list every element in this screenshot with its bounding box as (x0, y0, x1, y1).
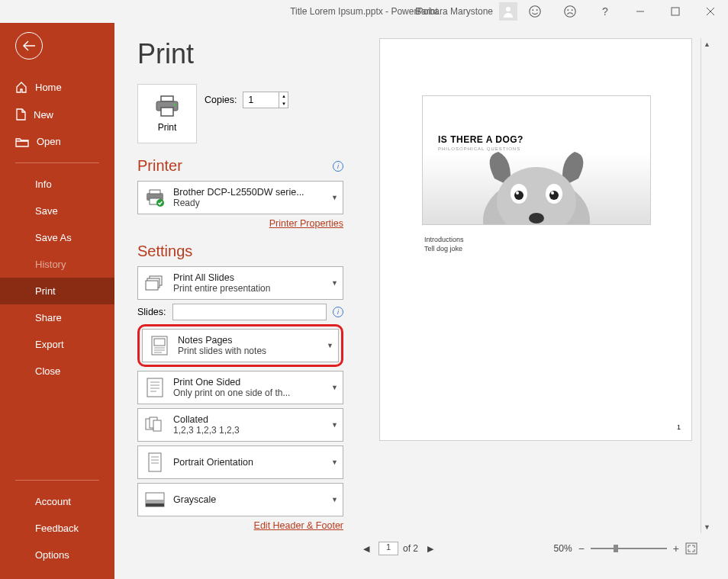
notes-line: Introductions (424, 236, 464, 245)
dd-sub: 1,2,3 1,2,3 1,2,3 (173, 425, 324, 436)
sidebar-item-save[interactable]: Save (0, 198, 114, 224)
copies-value: 1 (248, 95, 253, 105)
svg-point-49 (551, 191, 554, 195)
print-preview-panel: IS THERE A DOG? PHILOSOPHICAL QUESTIONS (351, 23, 728, 579)
home-icon (15, 81, 27, 93)
zoom-control: 50% − + (554, 542, 697, 555)
sidebar-item-close[interactable]: Close (0, 358, 114, 384)
color-dropdown[interactable]: Grayscale ▼ (137, 483, 343, 516)
next-page-button[interactable]: ▶ (423, 541, 438, 556)
spinner-down-icon[interactable]: ▼ (279, 100, 288, 108)
close-button[interactable] (693, 0, 728, 23)
dd-sub: Print slides with notes (178, 346, 319, 356)
sidebar-item-home[interactable]: Home (0, 73, 114, 101)
zoom-in-button[interactable]: + (673, 542, 679, 555)
orientation-dropdown[interactable]: Portrait Orientation ▼ (137, 446, 343, 479)
page-title: Print (137, 38, 343, 70)
print-button[interactable]: Print (137, 84, 197, 143)
collate-dropdown[interactable]: Collated 1,2,3 1,2,3 1,2,3 ▼ (137, 408, 343, 442)
printer-heading: Printer (137, 157, 182, 175)
notes-page-icon (149, 335, 170, 356)
zoom-fit-button[interactable] (685, 542, 697, 555)
chevron-down-icon: ▼ (331, 384, 338, 391)
chevron-down-icon: ▼ (327, 342, 333, 349)
current-page-input[interactable]: 1 (378, 542, 398, 555)
copies-input[interactable]: 1 ▲ ▼ (243, 92, 288, 108)
folder-open-icon (15, 137, 29, 147)
maximize-button[interactable] (658, 0, 693, 23)
sidebar-item-label: Save As (35, 232, 72, 243)
layout-dropdown[interactable]: Notes Pages Print slides with notes ▼ (142, 329, 339, 362)
user-name[interactable]: Barbara Marystone (415, 6, 493, 17)
sidebar-item-history[interactable]: History (0, 251, 114, 278)
spinner-up-icon[interactable]: ▲ (279, 92, 288, 100)
notes-text: Introductions Tell dog joke (424, 236, 464, 253)
slides-input[interactable] (172, 304, 327, 320)
sidebar-item-share[interactable]: Share (0, 304, 114, 331)
vertical-scrollbar[interactable]: ▲ ▼ (701, 38, 713, 533)
zoom-out-button[interactable]: − (578, 542, 585, 555)
sidebar-item-label: Export (35, 339, 64, 350)
sidebar-item-new[interactable]: New (0, 101, 114, 128)
zoom-slider[interactable] (591, 548, 667, 549)
sidebar-item-export[interactable]: Export (0, 331, 114, 358)
smiley-icon[interactable] (517, 0, 552, 23)
svg-point-50 (529, 213, 544, 224)
titlebar: Title Lorem Ipsum.pptx - PowerPoint Barb… (0, 0, 728, 23)
edit-header-footer-link[interactable]: Edit Header & Footer (137, 520, 343, 531)
sides-dropdown[interactable]: Print One Sided Only print on one side o… (137, 371, 343, 404)
sidebar-item-feedback[interactable]: Feedback (0, 515, 114, 542)
svg-point-14 (174, 104, 176, 106)
svg-point-48 (516, 191, 519, 195)
preview-page-number: 1 (677, 423, 681, 431)
scroll-up-icon[interactable]: ▲ (701, 38, 713, 50)
sidebar-item-save-as[interactable]: Save As (0, 224, 114, 251)
frown-icon[interactable] (552, 0, 588, 23)
sidebar-item-label: Open (37, 136, 61, 147)
sidebar-item-open[interactable]: Open (0, 128, 114, 155)
dd-title: Portrait Orientation (173, 457, 324, 468)
svg-point-5 (567, 9, 569, 11)
svg-rect-40 (146, 500, 164, 503)
chevron-down-icon: ▼ (331, 496, 338, 503)
svg-point-1 (530, 6, 540, 17)
info-icon[interactable]: i (333, 161, 343, 172)
scroll-down-icon[interactable]: ▼ (701, 521, 713, 533)
user-avatar[interactable] (499, 2, 517, 21)
sidebar-item-options[interactable]: Options (0, 542, 114, 568)
minimize-button[interactable] (623, 0, 658, 23)
dd-title: Grayscale (173, 494, 324, 505)
dd-sub: Only print on one side of th... (173, 388, 324, 398)
sidebar-item-label: Close (35, 365, 60, 377)
printer-dropdown[interactable]: Brother DCP-L2550DW serie... Ready ▼ (137, 181, 343, 214)
zoom-thumb[interactable] (614, 545, 618, 552)
svg-point-3 (536, 9, 538, 11)
dd-title: Notes Pages (178, 335, 319, 346)
back-button[interactable] (15, 32, 43, 60)
svg-rect-8 (672, 8, 679, 15)
prev-page-button[interactable]: ◀ (359, 541, 374, 556)
info-icon[interactable]: i (333, 307, 343, 317)
settings-heading: Settings (137, 243, 192, 260)
slide-thumbnail: IS THERE A DOG? PHILOSOPHICAL QUESTIONS (422, 95, 651, 225)
print-range-dropdown[interactable]: Print All Slides Print entire presentati… (137, 266, 343, 300)
sidebar-item-account[interactable]: Account (0, 488, 114, 515)
printer-properties-link[interactable]: Printer Properties (137, 218, 343, 229)
notes-line: Tell dog joke (424, 245, 464, 254)
chevron-down-icon: ▼ (331, 279, 338, 287)
copies-spinner[interactable]: ▲ ▼ (279, 92, 288, 108)
svg-rect-34 (153, 420, 161, 431)
slides-label: Slides: (137, 307, 166, 317)
help-button[interactable]: ? (588, 0, 623, 23)
slide-title: IS THERE A DOG? (438, 134, 523, 145)
svg-point-47 (549, 191, 559, 200)
dog-image (456, 148, 617, 224)
sidebar-item-label: Home (35, 82, 62, 93)
sidebar-item-info[interactable]: Info (0, 171, 114, 198)
sidebar-item-print[interactable]: Print (0, 278, 114, 304)
svg-rect-51 (686, 543, 697, 554)
print-button-label: Print (158, 122, 177, 133)
document-icon (15, 108, 26, 121)
svg-point-6 (572, 9, 573, 11)
svg-rect-13 (161, 108, 173, 116)
